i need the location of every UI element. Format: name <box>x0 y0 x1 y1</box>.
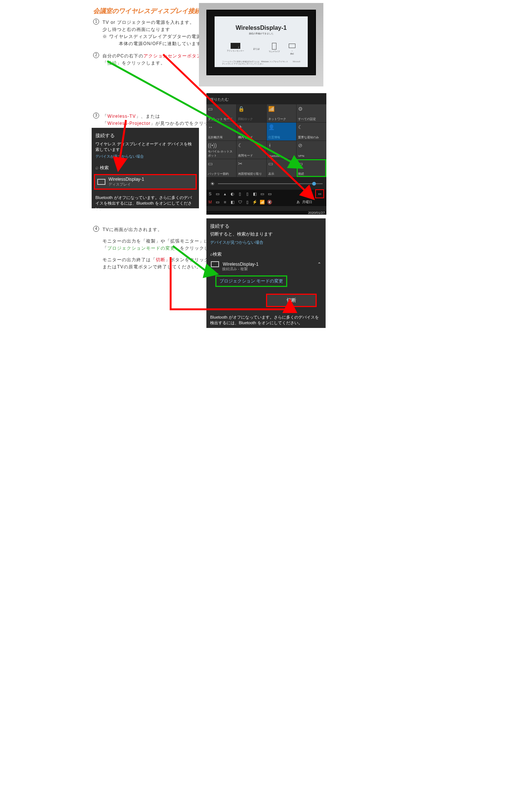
ac-tile-モバイル ホットスポット[interactable]: ((•))モバイル ホットスポット <box>206 141 236 159</box>
connect-search[interactable]: ⌕検索 <box>92 159 199 173</box>
connect-panel-searching-text: ワイヤレス ディスプレイとオーディオ デバイスを検索しています <box>92 141 199 152</box>
device-not-found-link[interactable]: デバイスが見つからない場合 <box>92 152 199 159</box>
monitor-icon <box>211 261 219 267</box>
tile-icon: ☾ <box>298 124 325 130</box>
ac-tile-夜間モード[interactable]: ☾夜間モード <box>237 141 266 159</box>
tile-icon: ᚼ <box>268 142 295 148</box>
brightness-thumb[interactable] <box>312 182 316 186</box>
connected-device-name: WirelessDisplay-1 <box>223 262 259 267</box>
connect-search-2[interactable]: ⌕検索 <box>206 245 326 259</box>
tray-icon[interactable]: ▯ <box>244 200 251 205</box>
action-center-button[interactable]: ▭ <box>315 189 324 198</box>
tile-label: 回転ロック <box>238 117 265 121</box>
ac-tile-近距離共有[interactable]: ↔近距離共有 <box>206 123 236 140</box>
ac-tile-画面領域切り取り[interactable]: ✂画面領域切り取り <box>237 159 266 177</box>
connected-device-block[interactable]: WirelessDisplay-1 ⌃ 接続済み - 複製 プロジェクション モ… <box>206 259 326 309</box>
security-icon[interactable]: 🛡 <box>236 200 244 204</box>
clock-day: 月曜日 <box>302 200 312 205</box>
ac-tile-タブレット モード[interactable]: ▭タブレット モード <box>206 104 236 122</box>
connected-device-state: 接続済み - 複製 <box>222 266 321 272</box>
step-2-line1: 自分のPCの右下のアクションセンターボタンから <box>102 53 211 59</box>
tile-icon: ✂ <box>238 161 265 167</box>
device-sublabel: ディスプレイ <box>108 182 144 187</box>
tray-icon[interactable]: ▯ <box>236 192 244 196</box>
tile-icon: ▭ <box>208 106 235 112</box>
tile-icon: ⚙ <box>298 106 325 112</box>
tray-icon[interactable]: ▯ <box>244 192 251 196</box>
wifi-icon[interactable]: 📶 <box>259 200 266 205</box>
tile-label: ネットワーク <box>268 117 295 121</box>
step-4-num: 4 <box>93 226 99 232</box>
skype-icon[interactable]: S <box>206 192 214 196</box>
ac-tile-ネットワーク[interactable]: 📶ネットワーク <box>267 104 297 122</box>
tile-icon: ⊘ <box>298 142 325 148</box>
connect-panel-connected: 接続する 切断すると、検索が始まります デバイスが見つからない場合 ⌕検索 Wi… <box>206 218 326 328</box>
tray-icon[interactable]: ▭ <box>259 192 266 196</box>
tray-icon[interactable]: ◐ <box>229 192 236 196</box>
brightness-slider[interactable]: ☀ <box>206 177 326 190</box>
connect-panel-title-2: 接続する <box>206 218 326 231</box>
label-projection-mode: プロジェクションモードの変更 <box>107 246 175 251</box>
microsoft-logo: Microsoft <box>293 60 300 65</box>
ac-tile-バッテリー節約[interactable]: ▭バッテリー節約 <box>206 159 236 177</box>
tile-label: すべての設定 <box>298 117 325 121</box>
ime-indicator[interactable]: あ <box>297 200 300 205</box>
search-icon: ⌕ <box>95 164 98 170</box>
ac-tile-機内モード[interactable]: ✈機内モード <box>237 123 266 140</box>
clock-date: 2020/01/27 <box>206 211 326 215</box>
chevron-up-icon[interactable]: ⌃ <box>317 262 321 267</box>
tray-icon[interactable]: ◧ <box>251 192 259 196</box>
search-icon: ⌕ <box>210 252 213 257</box>
tray-icon[interactable]: ▴ <box>221 192 229 196</box>
step-1-line1: TV or プロジェクターの電源を入れます。 <box>102 19 210 26</box>
projection-mode-change-link[interactable]: プロジェクション モードの変更 <box>215 275 287 287</box>
tile-label: Bluetooth <box>268 154 295 158</box>
page-root: 会議室のワイヤレスディスプレイ接続方法 1 TV or プロジェクターの電源を入… <box>89 0 443 531</box>
tile-label: 近距離共有 <box>208 135 235 139</box>
ac-tile-Bluetooth[interactable]: ᚼBluetooth <box>267 141 297 159</box>
tile-label: VPN <box>298 154 325 158</box>
ac-tile-位置情報[interactable]: 👤位置情報 <box>267 123 297 140</box>
tray-icon[interactable]: ▭ <box>266 192 273 196</box>
taskbar: S ▭ ▴ ◐ ▯ ▯ ◧ ▭ ▭ 9:11 ▭ M ▭ ≡ <box>206 190 326 206</box>
power-icon[interactable]: ⚡ <box>251 200 259 205</box>
bluetooth-off-notice: Bluetooth がオフになっています。さらに多くのデバイスを検出するには、B… <box>92 193 199 214</box>
tile-label: 接続 <box>298 172 325 176</box>
tray-icon[interactable]: ≡ <box>221 200 229 204</box>
step-2-num: 2 <box>93 52 99 58</box>
step-2: 2 自分のPCの右下のアクションセンターボタンから 「接続」をクリックします。 <box>93 52 211 67</box>
device-row-wireless-display[interactable]: WirelessDisplay-1 ディスプレイ <box>94 174 197 190</box>
ac-tiles: ▭タブレット モード🔒回転ロック📶ネットワーク⚙すべての設定↔近距離共有✈機内モ… <box>206 104 326 177</box>
brightness-track[interactable] <box>218 183 323 184</box>
device-not-found-link-2[interactable]: デバイスが見つからない場合 <box>206 237 326 245</box>
ac-tile-接続[interactable]: ▭接続 <box>297 159 326 177</box>
tv-cell-connect: › 接続 <box>289 43 295 55</box>
tile-icon: 🔒 <box>238 106 265 112</box>
ac-collapse[interactable]: 折りたたむ <box>206 93 326 104</box>
tv-box-icon: ↓ <box>231 43 240 49</box>
tile-icon: ▭ <box>298 161 325 167</box>
step-1-num: 1 <box>93 19 99 25</box>
tray-icon[interactable]: ◧ <box>229 200 236 205</box>
tv-photo: WirelessDisplay-1 接続の準備ができました ↓ アクション セン… <box>199 3 323 86</box>
tv-phone-icon <box>272 43 276 50</box>
tile-label: モバイル ホットスポット <box>208 149 235 158</box>
ac-tile-重要な通知のみ[interactable]: ☾重要な通知のみ <box>297 123 326 140</box>
volume-icon[interactable]: 🔇 <box>266 200 273 205</box>
tray-icon[interactable]: ▭ <box>214 192 221 196</box>
ac-tile-回転ロック[interactable]: 🔒回転ロック <box>237 104 266 122</box>
step-1-line4: 本体の電源ON/OFFに連動しています。 <box>119 41 210 47</box>
brightness-icon: ☀ <box>210 181 215 187</box>
tray-icon[interactable]: ▭ <box>214 200 221 205</box>
ac-tile-VPN[interactable]: ⊘VPN <box>297 141 326 159</box>
disconnect-button[interactable]: 切断 <box>266 294 317 307</box>
ac-tile-すべての設定[interactable]: ⚙すべての設定 <box>297 104 326 122</box>
tile-label: 機内モード <box>238 135 265 139</box>
action-center: 折りたたむ ▭タブレット モード🔒回転ロック📶ネットワーク⚙すべての設定↔近距離… <box>206 93 326 212</box>
mcafee-icon[interactable]: M <box>206 200 214 204</box>
label-connect: 接続 <box>107 60 117 66</box>
tile-label: 位置情報 <box>268 135 295 139</box>
tv-subtitle: 接続の準備ができました <box>215 32 308 35</box>
monitor-icon <box>97 179 105 185</box>
ac-tile-表示[interactable]: ▭表示 <box>267 159 297 177</box>
